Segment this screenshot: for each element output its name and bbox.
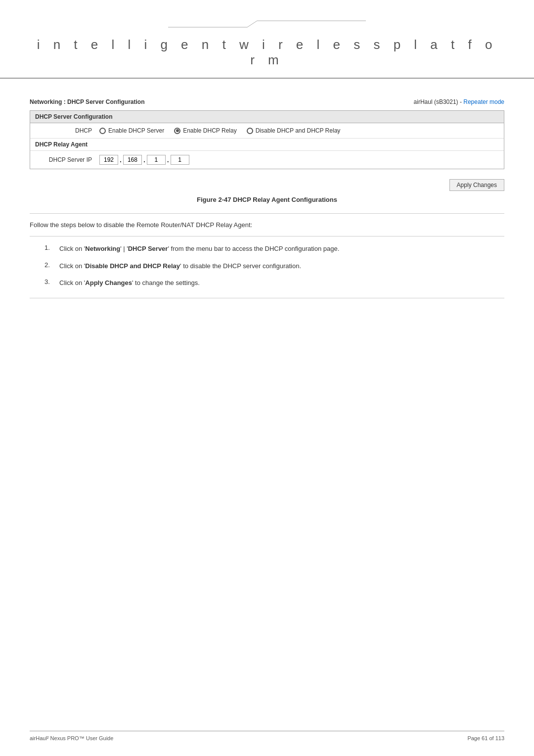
footer: airHaul² Nexus PRO™ User Guide Page 61 o… (30, 731, 504, 741)
divider-top (30, 213, 504, 214)
ip-octet-3[interactable] (147, 155, 166, 165)
step-3-apply: Apply Changes (85, 279, 132, 286)
footer-right: Page 61 of 113 (467, 735, 504, 741)
step-3-num: 3. (44, 278, 54, 285)
page-header: i n t e l l i g e n t w i r e l e s s p … (0, 0, 534, 79)
dhcp-radio-group: Enable DHCP Server Enable DHCP Relay Dis… (99, 127, 340, 134)
ip-dot-2: . (143, 156, 145, 164)
radio-enable-relay-label: Enable DHCP Relay (183, 127, 237, 134)
dhcp-row: DHCP Enable DHCP Server Enable DHCP Rela… (30, 123, 504, 139)
step-2: 2. Click on 'Disable DHCP and DHCP Relay… (44, 261, 504, 271)
footer-left: airHaul² Nexus PRO™ User Guide (30, 735, 113, 741)
header-decoration (30, 15, 504, 35)
main-content: Networking : DHCP Server Configuration a… (0, 94, 534, 335)
dhcp-server-ip-row: DHCP Server IP . . . (30, 151, 504, 169)
ip-octet-1[interactable] (99, 155, 118, 165)
repeater-mode-link[interactable]: Repeater mode (463, 98, 504, 105)
apply-changes-button[interactable]: Apply Changes (449, 179, 504, 191)
ip-octet-2[interactable] (123, 155, 142, 165)
dhcp-label: DHCP (35, 127, 99, 134)
device-label: airHaul (sB3021) (414, 98, 458, 105)
radio-disable-both[interactable]: Disable DHCP and DHCP Relay (247, 127, 341, 134)
step-3: 3. Click on 'Apply Changes' to change th… (44, 278, 504, 288)
config-box-title: DHCP Server Configuration (35, 113, 112, 120)
apply-btn-row: Apply Changes (30, 179, 504, 191)
intro-text: Follow the steps below to disable the Re… (30, 221, 504, 229)
step-2-disable: Disable DHCP and DHCP Relay (85, 262, 180, 270)
steps-list: 1. Click on 'Networking' | 'DHCP Server'… (30, 244, 504, 288)
ip-dot-3: . (167, 156, 169, 164)
ip-octet-4[interactable] (171, 155, 189, 165)
radio-enable-relay[interactable]: Enable DHCP Relay (174, 127, 237, 134)
relay-section-title: DHCP Relay Agent (35, 141, 88, 148)
step-2-num: 2. (44, 261, 54, 269)
info-bar: Networking : DHCP Server Configuration a… (30, 98, 504, 105)
divider-bottom (30, 298, 504, 298)
divider-mid (30, 236, 504, 236)
ip-field-group: . . . (99, 155, 189, 165)
device-info: airHaul (sB3021) - Repeater mode (414, 98, 504, 105)
relay-section-header: DHCP Relay Agent (30, 139, 504, 151)
step-2-text: Click on 'Disable DHCP and DHCP Relay' t… (59, 261, 301, 271)
radio-enable-server-circle (99, 128, 106, 134)
step-1-num: 1. (44, 244, 54, 251)
radio-enable-relay-circle (174, 128, 180, 134)
step-1-networking: Networking (85, 245, 120, 252)
config-box-header: DHCP Server Configuration (30, 111, 504, 123)
step-1-dhcpserver: DHCP Server (128, 245, 168, 252)
config-box: DHCP Server Configuration DHCP Enable DH… (30, 110, 504, 169)
radio-disable-both-label: Disable DHCP and DHCP Relay (256, 127, 341, 134)
breadcrumb: Networking : DHCP Server Configuration (30, 98, 144, 105)
step-1-text: Click on 'Networking' | 'DHCP Server' fr… (59, 244, 339, 254)
page-title: i n t e l l i g e n t w i r e l e s s p … (30, 37, 504, 68)
step-3-text: Click on 'Apply Changes' to change the s… (59, 278, 200, 288)
figure-caption: Figure 2-47 DHCP Relay Agent Configurati… (30, 196, 504, 203)
radio-enable-server-label: Enable DHCP Server (108, 127, 164, 134)
radio-enable-server[interactable]: Enable DHCP Server (99, 127, 164, 134)
step-1: 1. Click on 'Networking' | 'DHCP Server'… (44, 244, 504, 254)
radio-disable-both-circle (247, 128, 253, 134)
dhcp-server-ip-label: DHCP Server IP (35, 156, 99, 163)
ip-dot-1: . (120, 156, 122, 164)
